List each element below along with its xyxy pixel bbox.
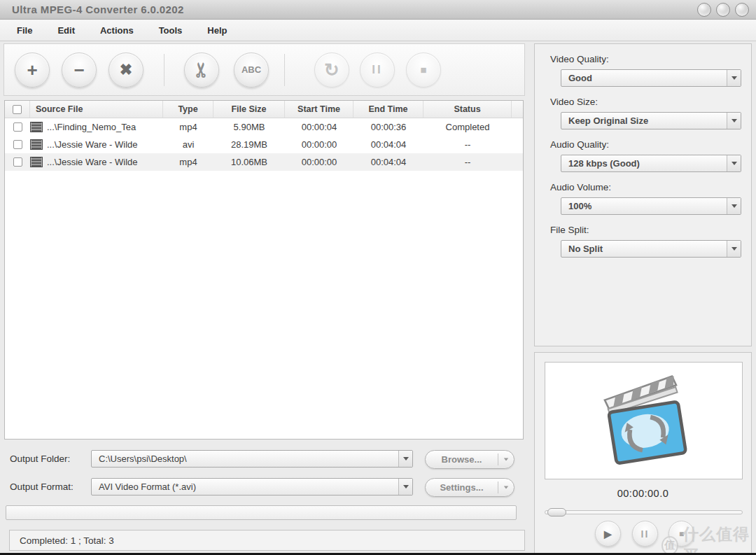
browse-button[interactable]: Browse... — [425, 450, 514, 469]
menu-actions[interactable]: Actions — [100, 25, 134, 36]
file-split-combo[interactable]: No Split — [561, 240, 741, 258]
video-quality-combo[interactable]: Good — [561, 69, 741, 87]
chevron-down-icon — [403, 485, 409, 489]
pause-icon: II — [641, 528, 650, 540]
end-time: 00:04:04 — [354, 139, 424, 150]
row-checkbox[interactable] — [13, 157, 22, 167]
combo-dropdown-button[interactable] — [727, 113, 741, 129]
media-file-icon — [30, 122, 43, 132]
convert-arrows-icon: ↻ — [324, 61, 340, 79]
chevron-down-icon — [732, 247, 737, 251]
video-size-label: Video Size: — [550, 97, 751, 107]
chevron-down-icon — [403, 457, 409, 461]
output-folder-value: C:\Users\psi\Desktop\ — [99, 454, 187, 464]
column-start-time[interactable]: Start Time — [285, 101, 354, 118]
end-time: 00:04:04 — [354, 157, 424, 167]
plus-icon: + — [27, 61, 37, 79]
column-end-time[interactable]: End Time — [354, 101, 424, 118]
seek-slider-thumb[interactable] — [547, 508, 566, 517]
toolbar: + − ✖ ✂ ABC ↻ II ■ — [4, 43, 525, 96]
media-file-icon — [30, 139, 43, 150]
combo-dropdown-button[interactable] — [398, 479, 412, 495]
table-row[interactable]: ...\Jessie Ware - Wilde avi 28.19MB 00:0… — [5, 136, 523, 153]
start-time: 00:00:04 — [285, 122, 354, 132]
column-type[interactable]: Type — [163, 101, 214, 118]
audio-volume-value: 100% — [568, 201, 592, 211]
preview-play-button[interactable]: ▶ — [595, 521, 621, 547]
start-time: 00:00:00 — [285, 157, 354, 167]
video-size-combo[interactable]: Keep Original Size — [561, 112, 741, 129]
column-source-file[interactable]: Source File — [30, 101, 163, 118]
file-size: 10.06MB — [214, 157, 285, 167]
audio-quality-combo[interactable]: 128 kbps (Good) — [561, 155, 741, 172]
settings-dropdown-button[interactable] — [498, 486, 514, 489]
subtitle-button[interactable]: ABC — [234, 52, 269, 87]
seek-slider[interactable] — [545, 510, 743, 514]
output-format-combo[interactable]: AVI Video Format (*.avi) — [91, 478, 413, 496]
delete-button[interactable]: ✖ — [108, 52, 144, 87]
add-file-button[interactable]: + — [15, 52, 50, 87]
trim-button[interactable]: ✂ — [184, 52, 219, 87]
minimize-button[interactable] — [697, 3, 711, 17]
video-size-value: Keep Original Size — [568, 115, 648, 126]
audio-volume-combo[interactable]: 100% — [561, 197, 741, 215]
file-size: 28.19MB — [214, 139, 285, 150]
pause-button[interactable]: II — [360, 52, 395, 87]
select-all-cell — [5, 101, 30, 118]
settings-button[interactable]: Settings... — [425, 478, 514, 497]
menu-bar: File Edit Actions Tools Help — [0, 20, 756, 41]
status-value: -- — [424, 139, 512, 150]
file-type: mp4 — [163, 122, 214, 132]
menu-help[interactable]: Help — [207, 25, 227, 36]
preview-screen — [545, 362, 743, 479]
column-status[interactable]: Status — [424, 101, 512, 118]
combo-dropdown-button[interactable] — [398, 451, 412, 467]
combo-dropdown-button[interactable] — [727, 155, 741, 171]
chevron-down-icon — [732, 76, 737, 80]
browse-dropdown-button[interactable] — [498, 458, 514, 461]
row-checkbox[interactable] — [13, 140, 22, 149]
preview-time: 00:00:00.0 — [535, 488, 751, 499]
combo-dropdown-button[interactable] — [727, 241, 741, 257]
audio-volume-label: Audio Volume: — [550, 182, 751, 192]
audio-quality-value: 128 kbps (Good) — [568, 158, 640, 169]
media-file-icon — [30, 157, 43, 167]
status-value: Completed — [424, 122, 512, 132]
status-bar-text: Completed: 1 ; Total: 3 — [20, 535, 114, 546]
clapperboard-icon — [588, 370, 700, 472]
source-file-name: ...\Finding_Nemo_Tea — [47, 122, 136, 132]
column-file-size[interactable]: File Size — [214, 101, 285, 118]
table-row[interactable]: ...\Jessie Ware - Wilde mp4 10.06MB 00:0… — [5, 153, 523, 171]
conversion-progress-bar — [6, 505, 517, 520]
toolbar-separator — [164, 54, 164, 86]
close-button[interactable] — [735, 3, 749, 17]
window-controls — [697, 3, 749, 17]
menu-tools[interactable]: Tools — [159, 25, 183, 36]
output-format-label: Output Format: — [10, 482, 74, 492]
browse-button-label: Browse... — [426, 454, 498, 465]
table-row[interactable]: ...\Finding_Nemo_Tea mp4 5.90MB 00:00:04… — [5, 118, 523, 136]
stop-button[interactable]: ■ — [406, 52, 441, 87]
output-folder-combo[interactable]: C:\Users\psi\Desktop\ — [91, 450, 413, 468]
conversion-settings-panel: Video Quality: Good Video Size: Keep Ori… — [534, 43, 752, 346]
file-split-value: No Split — [568, 244, 603, 254]
select-all-checkbox[interactable] — [13, 105, 22, 114]
convert-button[interactable]: ↻ — [314, 52, 349, 87]
menu-edit[interactable]: Edit — [57, 25, 75, 36]
combo-dropdown-button[interactable] — [727, 198, 741, 214]
status-bar: Completed: 1 ; Total: 3 — [9, 530, 525, 551]
audio-quality-label: Audio Quality: — [550, 139, 751, 150]
stop-icon: ■ — [679, 529, 684, 539]
file-type: avi — [163, 139, 214, 150]
output-format-row: Output Format: AVI Video Format (*.avi) … — [0, 478, 528, 496]
settings-button-label: Settings... — [426, 482, 498, 493]
combo-dropdown-button[interactable] — [727, 70, 741, 86]
maximize-button[interactable] — [716, 3, 730, 17]
stop-icon: ■ — [420, 64, 426, 75]
preview-panel: 00:00:00.0 ▶ II ■ — [534, 352, 752, 554]
preview-pause-button[interactable]: II — [632, 521, 658, 547]
menu-file[interactable]: File — [17, 25, 32, 36]
preview-stop-button[interactable]: ■ — [668, 521, 694, 547]
remove-file-button[interactable]: − — [62, 52, 97, 87]
row-checkbox[interactable] — [13, 122, 22, 132]
